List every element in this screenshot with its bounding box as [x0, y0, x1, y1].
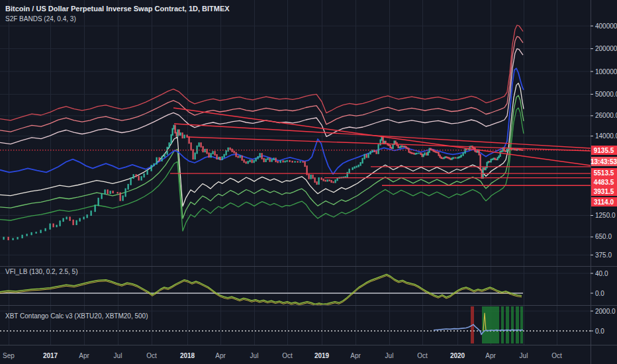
price-candle: [254, 160, 255, 163]
chart-canvas[interactable]: 400000.0200000.0100000.050000.026000.014…: [0, 0, 617, 364]
time-axis-label[interactable]: Apr: [485, 352, 496, 359]
time-axis-label[interactable]: Apr: [79, 352, 89, 359]
price-candle: [372, 150, 373, 152]
symbol-title[interactable]: Bitcoin / US Dollar Perpetual Inverse Sw…: [5, 5, 230, 13]
time-axis-label[interactable]: Oct: [146, 352, 157, 359]
price-axis-label[interactable]: 400000.0: [595, 23, 617, 30]
price-axis-label[interactable]: 200000.0: [595, 45, 617, 52]
price-candle: [197, 146, 198, 154]
price-candle: [287, 160, 288, 162]
indicator-vfi-label[interactable]: VFI_LB (130, 0.2, 2.5, 5): [5, 268, 78, 275]
price-candle: [492, 158, 493, 160]
price-candle: [404, 146, 406, 148]
price-candle: [399, 147, 401, 149]
vfi-line[interactable]: [0, 275, 522, 304]
time-axis-label[interactable]: 2017: [43, 352, 58, 359]
price-candle: [459, 156, 461, 158]
price-candle: [260, 153, 261, 158]
price-candle: [87, 214, 88, 218]
price-candle: [327, 179, 328, 181]
price-candle: [79, 218, 81, 222]
price-candle: [484, 167, 485, 170]
time-axis-label[interactable]: Jul: [114, 352, 122, 359]
s2f-band-red-upper-1[interactable]: [0, 25, 523, 120]
price-candle: [213, 151, 214, 154]
price-candle: [76, 220, 77, 225]
price-candle: [275, 158, 277, 162]
price-candle: [36, 232, 37, 234]
price-candle: [360, 162, 361, 166]
time-axis-label[interactable]: 2018: [180, 352, 195, 359]
price-candle: [426, 152, 428, 156]
price-candle: [368, 154, 369, 158]
contango-green-bar: [520, 306, 523, 343]
price-candle: [498, 156, 500, 158]
price-candle: [424, 152, 426, 155]
s2f-band-white-lower[interactable]: [0, 83, 524, 206]
price-candle: [224, 154, 225, 158]
price-axis-label[interactable]: 26000.0: [595, 112, 617, 119]
price-candle: [50, 224, 51, 230]
price-candle: [138, 176, 140, 181]
price-candle: [305, 161, 306, 167]
price-axis-label[interactable]: 0.0: [595, 290, 604, 297]
price-candle: [191, 142, 192, 150]
s2f-band-pink-mid[interactable]: [0, 49, 523, 144]
time-axis-label[interactable]: Jul: [385, 352, 394, 359]
time-axis-label[interactable]: Sep: [3, 352, 15, 359]
level-badge-text: 5513.5: [594, 169, 614, 177]
price-candle: [230, 148, 231, 150]
price-candle: [450, 158, 451, 160]
price-candle: [485, 167, 487, 170]
time-axis-label[interactable]: Jul: [250, 352, 259, 359]
indicator-contango-label[interactable]: XBT Contango Calc v3 (XBTU20, XBTM20, 50…: [5, 312, 148, 320]
time-axis-label[interactable]: Apr: [215, 352, 226, 359]
price-axis-label[interactable]: 50000.0: [595, 91, 617, 98]
level-badge-text: 4483.5: [594, 179, 614, 186]
price-candle: [390, 145, 391, 148]
time-axis-label[interactable]: 2019: [314, 352, 330, 359]
price-axis-label[interactable]: 2000.0: [595, 308, 616, 315]
price-candle: [349, 169, 350, 173]
price-candle: [420, 153, 422, 156]
indicator-s2f-label[interactable]: S2F BANDS (24, 0.4, 3): [5, 15, 76, 23]
price-candle: [496, 159, 497, 160]
price-axis-label[interactable]: 14000.0: [595, 132, 617, 140]
price-axis-label[interactable]: 375.0: [595, 251, 612, 259]
price-candle: [40, 230, 42, 233]
price-candle: [125, 189, 126, 197]
countdown-badge-text: 13:43:53: [591, 158, 617, 165]
price-candle: [453, 157, 454, 159]
price-candle: [176, 132, 177, 137]
price-axis-label[interactable]: 1250.0: [595, 212, 616, 219]
time-axis-label[interactable]: Oct: [417, 352, 428, 359]
price-candle: [222, 156, 223, 160]
price-candle: [182, 132, 183, 138]
time-axis-label[interactable]: Oct: [551, 352, 562, 359]
time-axis-label[interactable]: 2020: [450, 352, 465, 359]
price-candle: [476, 151, 477, 153]
price-axis-label[interactable]: 650.0: [595, 233, 612, 240]
price-candle: [73, 220, 74, 225]
price-candle: [236, 152, 237, 158]
price-axis-label[interactable]: 100000.0: [595, 68, 617, 75]
contango-green-bar: [511, 306, 514, 343]
s2f-band-green-lower-2[interactable]: [0, 108, 524, 231]
time-axis-label[interactable]: Oct: [282, 352, 293, 359]
price-axis-label[interactable]: 40.0: [595, 270, 608, 277]
time-axis-label[interactable]: Apr: [350, 352, 361, 359]
contango-blue-line[interactable]: [434, 324, 523, 334]
price-candle: [487, 162, 488, 169]
price-candle: [31, 232, 32, 235]
s2f-band-red-upper-2[interactable]: [0, 36, 523, 132]
chart-window: 400000.0200000.0100000.050000.026000.014…: [0, 0, 617, 364]
price-axis-label[interactable]: 0.0: [595, 328, 604, 335]
price-candle: [406, 146, 407, 149]
price-candle: [105, 189, 106, 195]
time-axis-label[interactable]: Jul: [520, 352, 528, 359]
price-candle: [283, 160, 284, 162]
price-candle: [448, 157, 449, 159]
price-candle: [358, 165, 359, 167]
price-candle: [505, 150, 506, 152]
contango-green-bar: [516, 306, 519, 343]
